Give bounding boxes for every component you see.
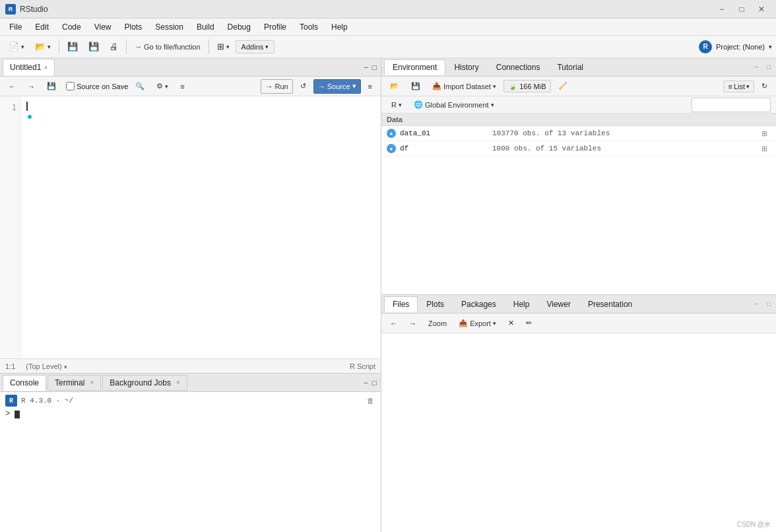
files-forward-button[interactable]: → — [404, 316, 421, 331]
grid-icon-2[interactable]: ⊞ — [761, 145, 767, 152]
save-button[interactable]: 💾 — [63, 38, 82, 55]
source-button[interactable]: → Source ▾ — [313, 79, 361, 94]
console-cursor — [15, 411, 20, 418]
files-clear-button[interactable]: ✕ — [503, 316, 519, 331]
editor-options-button[interactable]: ≡ — [364, 79, 377, 94]
run-button[interactable]: → Run — [261, 79, 292, 94]
console-clear-button[interactable]: 🗑 — [366, 395, 375, 407]
menu-file[interactable]: File — [3, 20, 28, 34]
env-clear-button[interactable]: 🧹 — [554, 79, 572, 94]
env-maximize-btn[interactable]: □ — [764, 62, 773, 72]
env-load-button[interactable]: 📂 — [385, 79, 404, 94]
open-file-button[interactable]: 📂 ▾ — [30, 38, 55, 55]
editor-tab-untitled1[interactable]: Untitled1 × — [3, 59, 55, 76]
new-file-button[interactable]: 📄 ▾ — [4, 38, 29, 55]
menu-tools[interactable]: Tools — [293, 20, 325, 34]
tab-help[interactable]: Help — [505, 296, 538, 312]
env-refresh-button[interactable]: ↻ — [757, 79, 772, 94]
data01-name[interactable]: data_01 — [400, 129, 492, 137]
editor-minimize-btn[interactable]: − — [362, 61, 370, 73]
addins-button[interactable]: Addins ▾ — [236, 40, 275, 53]
goto-arrow-icon: → — [135, 43, 142, 51]
terminal-tab[interactable]: Terminal × — [48, 375, 101, 391]
tab-viewer[interactable]: Viewer — [538, 296, 579, 312]
global-env-selector[interactable]: 🌐 Global Environment ▾ — [409, 98, 499, 112]
close-button[interactable]: ✕ — [752, 2, 771, 17]
project-label: Project: (None) — [716, 43, 765, 51]
watermark: CSDN @米 — [737, 520, 771, 529]
menu-profile[interactable]: Profile — [257, 20, 293, 34]
maximize-button[interactable]: □ — [732, 2, 751, 17]
files-minimize-btn[interactable]: − — [752, 299, 761, 309]
editor-back-button[interactable]: ← — [4, 79, 20, 94]
menu-help[interactable]: Help — [325, 20, 354, 34]
code-tools-button[interactable]: ⚙ ▾ — [152, 79, 173, 94]
grid-icon-1[interactable]: ⊞ — [761, 129, 767, 137]
files-brush-button[interactable]: ✏ — [521, 316, 536, 331]
env-minimize-btn[interactable]: − — [752, 62, 761, 72]
zoom-button[interactable]: Zoom — [424, 316, 451, 331]
code-area[interactable] — [21, 96, 381, 358]
console-maximize-btn[interactable]: □ — [371, 377, 378, 389]
global-env-toolbar: R ▾ 🌐 Global Environment ▾ — [381, 96, 776, 114]
editor-tab-close[interactable]: × — [44, 64, 48, 71]
files-maximize-btn[interactable]: □ — [764, 299, 773, 309]
tab-packages[interactable]: Packages — [453, 296, 505, 312]
df-grid-btn[interactable]: ⊞ — [758, 144, 771, 153]
memory-icon: 🍃 — [508, 82, 517, 90]
import-dataset-button[interactable]: 📥 Import Dataset ▾ — [428, 79, 501, 94]
print-button[interactable]: 🖨 — [105, 38, 123, 55]
console-tab-active[interactable]: Console — [3, 375, 46, 391]
console-content[interactable]: R R 4.3.0 · ~/ 🗑 > — [0, 392, 381, 532]
menu-build[interactable]: Build — [190, 20, 221, 34]
env-tab-environment[interactable]: Environment — [384, 59, 445, 75]
editor-search-button[interactable]: 🔍 — [131, 79, 149, 94]
terminal-tab-close[interactable]: × — [90, 379, 94, 386]
editor-toolbar: ← → 💾 Source on Save 🔍 ⚙ ▾ ≡ — [0, 77, 381, 96]
export-button[interactable]: 📤 Export ▾ — [454, 316, 501, 331]
tab-files[interactable]: Files — [384, 296, 418, 312]
menu-debug[interactable]: Debug — [221, 20, 257, 34]
env-search-input[interactable] — [692, 98, 771, 112]
goto-button[interactable]: → Go to file/function — [130, 38, 205, 55]
tab-presentation[interactable]: Presentation — [579, 296, 641, 312]
menu-edit[interactable]: Edit — [28, 20, 55, 34]
rerun-button[interactable]: ↺ — [296, 79, 311, 94]
editor-maximize-btn[interactable]: □ — [371, 61, 378, 73]
list-view-button[interactable]: ≡ List ▾ — [723, 81, 754, 92]
source-dropdown-icon: ▾ — [352, 82, 356, 90]
source-on-save-checkbox[interactable] — [66, 82, 75, 90]
editor-save-button[interactable]: 💾 — [42, 79, 61, 94]
files-back-button[interactable]: ← — [385, 316, 402, 331]
env-tab-tutorial[interactable]: Tutorial — [548, 59, 592, 75]
env-save-button[interactable]: 💾 — [406, 79, 425, 94]
console-minimize-btn[interactable]: − — [362, 377, 370, 389]
save-all-button[interactable]: 💾 — [84, 38, 104, 55]
new-file-dropdown-icon: ▾ — [21, 44, 24, 50]
menu-code[interactable]: Code — [55, 20, 88, 34]
menu-view[interactable]: View — [88, 20, 118, 34]
right-panel: Environment History Connections Tutorial… — [381, 58, 776, 532]
background-jobs-tab[interactable]: Background Jobs × — [102, 375, 187, 391]
editor-list-button[interactable]: ≡ — [176, 79, 189, 94]
env-tab-history[interactable]: History — [445, 59, 487, 75]
line-numbers: 1 — [0, 96, 21, 358]
data01-grid-btn[interactable]: ⊞ — [758, 129, 771, 138]
env-r-selector[interactable]: R ▾ — [387, 98, 406, 112]
editor-status-bar: 1:1 (Top Level) ▾ R Script — [0, 358, 381, 373]
menu-session[interactable]: Session — [148, 20, 190, 34]
editor-forward-button[interactable]: → — [23, 79, 40, 94]
level-dropdown-icon[interactable]: ▾ — [64, 364, 67, 370]
menu-plots[interactable]: Plots — [118, 20, 149, 34]
environment-content: Data ● data_01 103770 obs. of 13 variabl… — [381, 114, 776, 294]
tab-plots[interactable]: Plots — [418, 296, 453, 312]
df-name[interactable]: df — [400, 145, 492, 152]
minimize-button[interactable]: − — [713, 2, 731, 17]
clear-env-icon: 🧹 — [558, 82, 567, 90]
env-tab-connections[interactable]: Connections — [488, 59, 549, 75]
layout-button[interactable]: ⊞ ▾ — [212, 38, 234, 55]
df-icon: ● — [387, 144, 396, 153]
line-number-1: 1 — [0, 102, 16, 114]
background-jobs-tab-close[interactable]: × — [176, 379, 180, 386]
toolbar-separator-3 — [209, 40, 209, 54]
